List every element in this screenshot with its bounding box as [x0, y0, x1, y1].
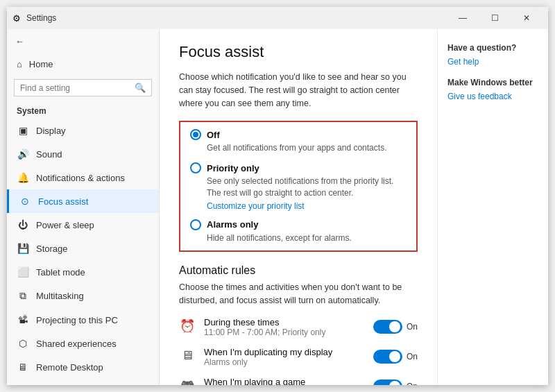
option-off-desc: Get all notifications from your apps and…	[207, 142, 407, 154]
toggle-thumb-duplicating	[389, 351, 400, 362]
storage-icon: 💾	[17, 243, 29, 254]
toggle-duplicating[interactable]: On	[373, 350, 418, 364]
rule-game-main: When I'm playing a game	[204, 377, 305, 385]
main-content: Focus assist Choose which notification y…	[160, 29, 437, 385]
shared-icon: ⬡	[17, 338, 29, 349]
rule-during-times-text: During these times 11:00 PM - 7:00 AM; P…	[204, 317, 325, 337]
page-title: Focus assist	[179, 43, 418, 61]
have-question-title: Have a question?	[447, 43, 538, 53]
titlebar-left: ⚙ Settings	[12, 13, 56, 24]
automatic-rules-title: Automatic rules	[179, 264, 418, 277]
make-windows-title: Make Windows better	[447, 78, 538, 87]
search-icon: 🔍	[135, 83, 146, 93]
remote-icon: 🖥	[17, 361, 29, 373]
sidebar-item-remote[interactable]: 🖥 Remote Desktop	[7, 355, 159, 379]
toggle-track-during-times[interactable]	[373, 320, 402, 334]
sidebar-item-notifications[interactable]: 🔔 Notifications & actions	[7, 166, 159, 189]
rule-duplicating-display: 🖥 When I'm duplicating my display Alarms…	[179, 347, 418, 367]
close-button[interactable]: ✕	[511, 7, 543, 29]
notifications-icon: 🔔	[17, 172, 29, 183]
titlebar-title: Settings	[26, 13, 56, 23]
sidebar-item-sound[interactable]: 🔊 Sound	[7, 142, 159, 166]
rule-duplicating-sub: Alarms only	[204, 357, 332, 367]
back-icon: ←	[15, 36, 24, 46]
sidebar-item-projecting[interactable]: 📽 Projecting to this PC	[7, 308, 159, 332]
get-help-link[interactable]: Get help	[447, 57, 538, 67]
sidebar-item-display[interactable]: ▣ Display	[7, 119, 159, 142]
radio-alarms[interactable]	[190, 219, 201, 230]
rule-game-text: When I'm playing a game Alarms only	[204, 377, 305, 385]
sidebar-item-label: Display	[36, 126, 66, 136]
sidebar-item-label: Multitasking	[36, 291, 84, 301]
toggle-track-duplicating[interactable]	[373, 350, 402, 364]
titlebar-controls: — ☐ ✕	[447, 7, 543, 29]
right-panel: Have a question? Get help Make Windows b…	[437, 29, 548, 385]
main-description: Choose which notification you'd like to …	[179, 71, 418, 110]
maximize-button[interactable]: ☐	[479, 7, 511, 29]
sidebar-home[interactable]: ⌂ Home	[7, 53, 159, 75]
option-alarms-label: Alarms only	[207, 219, 258, 230]
radio-priority[interactable]	[190, 162, 201, 173]
search-input[interactable]	[20, 83, 130, 93]
sidebar-item-label: Sound	[36, 149, 62, 160]
option-off-header[interactable]: Off	[190, 129, 407, 140]
sidebar-item-multitasking[interactable]: ⧉ Multitasking	[7, 284, 159, 308]
customize-priority-link[interactable]: Customize your priority list	[207, 201, 407, 211]
option-off-label: Off	[207, 130, 220, 140]
rule-duplicating-text: When I'm duplicating my display Alarms o…	[204, 347, 332, 367]
content-area: ← ⌂ Home 🔍 System ▣ Display 🔊 Sound 🔔 N	[7, 29, 548, 385]
toggle-label-game: On	[407, 382, 418, 385]
options-box: Off Get all notifications from your apps…	[179, 121, 418, 252]
tablet-icon: ⬜	[17, 266, 29, 278]
sound-icon: 🔊	[17, 148, 29, 160]
option-alarms-header[interactable]: Alarms only	[190, 219, 407, 230]
sidebar-item-shared[interactable]: ⬡ Shared experiences	[7, 332, 159, 355]
sidebar-item-power[interactable]: ⏻ Power & sleep	[7, 213, 159, 237]
rule-during-times: ⏰ During these times 11:00 PM - 7:00 AM;…	[179, 317, 418, 337]
toggle-game[interactable]: On	[373, 380, 418, 385]
toggle-label-during-times: On	[407, 322, 418, 332]
projecting-icon: 📽	[17, 314, 29, 325]
toggle-label-duplicating: On	[407, 352, 418, 361]
automatic-rules-desc: Choose the times and activities when you…	[179, 281, 418, 307]
option-priority-desc: See only selected notifications from the…	[207, 176, 407, 199]
minimize-button[interactable]: —	[447, 7, 479, 29]
focus-icon: ⊙	[19, 196, 31, 207]
sidebar-item-about[interactable]: ℹ About	[7, 379, 159, 385]
sidebar-item-label: Notifications & actions	[36, 173, 125, 183]
rule-duplicating-main: When I'm duplicating my display	[204, 347, 332, 357]
monitor-icon: 🖥	[179, 348, 196, 363]
sidebar-item-focus-assist[interactable]: ⊙ Focus assist	[7, 189, 159, 213]
toggle-thumb-during-times	[389, 321, 400, 332]
settings-window: ⚙ Settings — ☐ ✕ ← ⌂ Home 🔍 System ▣	[7, 7, 548, 385]
rule-game-left: 🎮 When I'm playing a game Alarms only	[179, 377, 305, 385]
toggle-thumb-game	[389, 381, 400, 385]
home-icon: ⌂	[17, 59, 22, 69]
clock-icon: ⏰	[179, 318, 196, 334]
radio-off[interactable]	[190, 129, 201, 140]
multitasking-icon: ⧉	[17, 290, 29, 302]
toggle-during-times[interactable]: On	[373, 320, 418, 334]
sidebar-item-storage[interactable]: 💾 Storage	[7, 237, 159, 260]
sidebar-item-label: Storage	[36, 244, 68, 254]
search-box[interactable]: 🔍	[14, 79, 152, 96]
option-priority: Priority only See only selected notifica…	[190, 162, 407, 211]
rule-playing-game: 🎮 When I'm playing a game Alarms only On	[179, 377, 418, 385]
sidebar-item-label: Focus assist	[38, 196, 88, 207]
power-icon: ⏻	[17, 219, 29, 230]
option-alarms: Alarms only Hide all notifications, exce…	[190, 219, 407, 244]
sidebar-item-tablet[interactable]: ⬜ Tablet mode	[7, 260, 159, 284]
display-icon: ▣	[17, 125, 29, 136]
option-priority-header[interactable]: Priority only	[190, 162, 407, 173]
back-button[interactable]: ←	[7, 29, 159, 53]
give-feedback-link[interactable]: Give us feedback	[447, 92, 538, 101]
sidebar-item-label: Shared experiences	[36, 339, 117, 349]
sidebar: ← ⌂ Home 🔍 System ▣ Display 🔊 Sound 🔔 N	[7, 29, 160, 385]
sidebar-item-label: Remote Desktop	[36, 362, 103, 373]
settings-icon: ⚙	[12, 13, 21, 24]
toggle-track-game[interactable]	[373, 380, 402, 385]
sidebar-item-label: Power & sleep	[36, 220, 94, 230]
option-priority-label: Priority only	[207, 163, 259, 173]
sidebar-item-label: Tablet mode	[36, 267, 85, 278]
option-off: Off Get all notifications from your apps…	[190, 129, 407, 154]
